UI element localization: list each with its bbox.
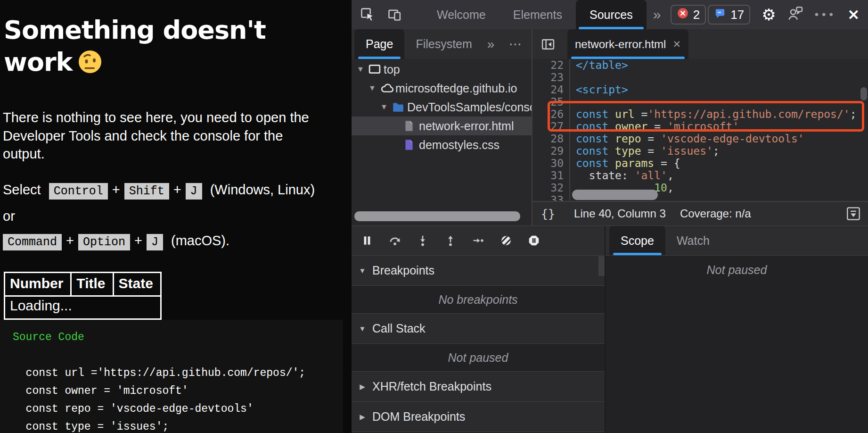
table-row: Loading... [5,296,161,319]
shortcut-line-macos: Command+Option+J (macOS). [3,228,328,255]
code-editor[interactable]: 22</table>2324<script>2526const url ='ht… [532,59,868,201]
section-label: XHR/fetch Breakpoints [372,380,491,393]
tab-watch[interactable]: Watch [665,226,721,255]
navigator-more-icon[interactable]: ⋯ [508,29,522,59]
error-icon [677,7,689,23]
tab-elements[interactable]: Elements [500,0,576,29]
section-label: Call Stack [372,322,426,335]
sources-body: Page Filesystem » ⋯ ▼top▼microsoftedge.g… [352,29,868,225]
column-header-number: Number [5,272,71,296]
sample-webpage: Something doesn't work There is nothing … [0,0,352,433]
source-code-block: Source Code const url ='https://api.gith… [0,320,343,433]
editor-pane: network-error.html ✕ 22</table>2324<scri… [532,29,868,225]
editor-vertical-scrollbar[interactable] [860,87,867,100]
pause-on-exceptions-icon[interactable] [528,234,540,247]
coverage-status: Coverage: n/a [680,207,751,220]
device-toolbar-icon[interactable] [387,7,402,22]
tree-item-microsoftedge.github.io[interactable]: ▼microsoftedge.github.io [352,79,532,98]
devtools-panel: Welcome Elements Sources » 2 17 ⚙ ••• ✕ [352,0,868,433]
line-number[interactable]: 30 [532,157,569,169]
debugger-toolbar [352,226,605,256]
step-icon[interactable] [472,234,484,247]
triangle-right-icon[interactable]: ▶ [357,383,368,391]
pretty-print-icon[interactable]: {} [541,207,555,221]
cursor-position: Line 40, Column 3 [574,207,666,220]
folder-icon [392,101,407,113]
debugger-sections: ▼BreakpointsNo breakpoints▼Call StackNot… [352,256,605,432]
error-count: 2 [693,8,700,22]
triangle-right-icon[interactable]: ▶ [357,413,368,421]
step-over-icon[interactable] [389,234,401,247]
code-line-31: 31 state: 'all', [532,169,868,182]
navigator-horizontal-scrollbar[interactable] [354,211,520,221]
line-number[interactable]: 33 [532,194,569,201]
line-number[interactable]: 23 [532,71,569,83]
expander-icon[interactable]: ▼ [368,84,380,92]
line-number[interactable]: 32 [532,182,569,194]
tree-item-devtoolssamples-console[interactable]: ▼DevToolsSamples/console [352,98,532,117]
table-header-row: Number Title State [5,272,161,296]
close-icon[interactable]: ✕ [848,7,860,23]
line-content: </table> [569,59,868,71]
inspect-icon[interactable] [360,7,375,22]
navigator-overflow-chevron-icon[interactable]: » [487,29,495,59]
step-out-icon[interactable] [444,234,457,247]
tab-filesystem[interactable]: Filesystem [404,29,483,59]
section-message: No breakpoints [352,286,605,314]
frame-icon [368,64,384,75]
settings-gear-icon[interactable]: ⚙ [762,5,776,24]
shortcut-line-windows: Select Control+Shift+J (Windows, Linux) … [3,177,328,228]
file-icon [404,120,419,132]
tree-item-label: network-error.html [419,119,514,133]
tree-item-network-error.html[interactable]: network-error.html [352,117,532,135]
line-number[interactable]: 22 [532,59,569,71]
devtools-main-toolbar: Welcome Elements Sources » 2 17 ⚙ ••• ✕ [352,0,868,29]
tab-close-icon[interactable]: ✕ [672,39,681,50]
file-tab-network-error[interactable]: network-error.html ✕ [567,29,688,59]
more-tabs-chevron-icon[interactable]: » [647,0,668,29]
tab-sources[interactable]: Sources [576,0,647,29]
line-number[interactable]: 24 [532,83,569,96]
section-header-xhr-fetch-breakpoints[interactable]: ▶XHR/fetch Breakpoints [352,372,605,402]
pause-icon[interactable] [361,234,373,247]
more-options-icon[interactable]: ••• [815,8,836,21]
error-count-badge[interactable]: 2 [671,5,706,25]
key-control: Control [49,183,108,200]
step-into-icon[interactable] [417,234,429,247]
collapse-sidebar-icon[interactable] [541,38,555,50]
feedback-icon[interactable] [787,6,803,24]
section-header-breakpoints[interactable]: ▼Breakpoints [352,256,605,286]
line-content: const params = { [569,157,868,169]
triangle-down-icon[interactable]: ▼ [357,325,368,333]
line-number[interactable]: 29 [532,145,569,157]
editor-status-bar: {} Line 40, Column 3 Coverage: n/a [532,201,868,225]
deactivate-breakpoints-icon[interactable] [500,234,512,247]
navigator-tabs: Page Filesystem » ⋯ [352,29,532,59]
line-content: state: 'all', [569,169,868,182]
editor-horizontal-scrollbar[interactable] [572,190,658,200]
key-j-mac: J [147,234,163,250]
triangle-down-icon[interactable]: ▼ [357,266,368,275]
issues-icon [714,7,726,23]
expander-icon[interactable]: ▼ [380,103,392,111]
debugger-vertical-scrollbar[interactable] [598,256,605,276]
cloud-icon [380,83,395,94]
line-number[interactable]: 31 [532,169,569,182]
tab-page[interactable]: Page [354,29,404,59]
issue-count-badge[interactable]: 17 [708,5,750,25]
tree-item-top[interactable]: ▼top [352,60,532,79]
column-header-state: State [113,272,161,296]
section-message: Not paused [352,344,605,372]
issue-count: 17 [730,8,744,22]
tab-welcome[interactable]: Welcome [423,0,500,29]
expander-icon[interactable]: ▼ [357,65,368,74]
line-number[interactable]: 28 [532,133,569,145]
section-header-call-stack[interactable]: ▼Call Stack [352,314,605,344]
section-label: Breakpoints [372,264,434,277]
key-j: J [186,183,202,200]
tree-item-demostyles.css[interactable]: demostyles.css [352,135,532,154]
section-header-dom-breakpoints[interactable]: ▶DOM Breakpoints [352,402,605,432]
tab-scope[interactable]: Scope [609,226,665,255]
line-content: const repo = 'vscode-edge-devtools' [569,133,868,145]
expand-panel-icon[interactable] [846,207,860,221]
